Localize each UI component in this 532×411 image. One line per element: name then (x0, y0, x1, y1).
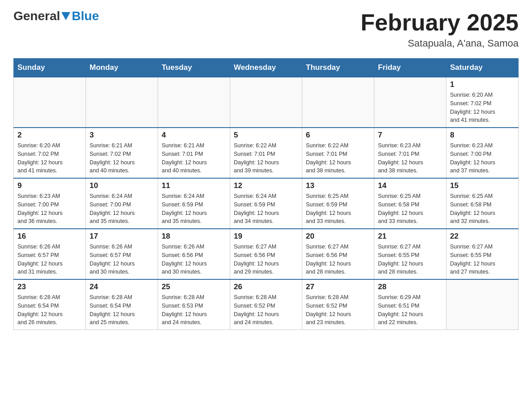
cell-sun-info: Sunrise: 6:27 AM Sunset: 6:56 PM Dayligh… (306, 243, 370, 276)
cell-day-number: 23 (17, 283, 82, 291)
cell-sun-info: Sunrise: 6:28 AM Sunset: 6:52 PM Dayligh… (234, 293, 298, 327)
calendar-cell: 13Sunrise: 6:25 AM Sunset: 6:59 PM Dayli… (302, 178, 374, 229)
cell-day-number: 17 (90, 232, 154, 241)
cell-day-number: 5 (234, 131, 298, 140)
calendar-cell: 11Sunrise: 6:24 AM Sunset: 6:59 PM Dayli… (158, 178, 230, 229)
cell-sun-info: Sunrise: 6:28 AM Sunset: 6:53 PM Dayligh… (162, 293, 226, 327)
cell-day-number: 8 (450, 131, 515, 140)
calendar-cell (14, 77, 86, 128)
cell-sun-info: Sunrise: 6:27 AM Sunset: 6:55 PM Dayligh… (450, 243, 515, 276)
cell-sun-info: Sunrise: 6:21 AM Sunset: 7:02 PM Dayligh… (90, 141, 154, 175)
calendar-cell (158, 77, 230, 128)
cell-day-number: 26 (234, 283, 298, 291)
calendar-week-row: 2Sunrise: 6:20 AM Sunset: 7:02 PM Daylig… (14, 128, 519, 178)
calendar-cell: 23Sunrise: 6:28 AM Sunset: 6:54 PM Dayli… (14, 279, 86, 330)
cell-day-number: 14 (378, 181, 442, 190)
calendar-cell (230, 77, 302, 128)
cell-day-number: 2 (17, 131, 82, 140)
cell-day-number: 15 (450, 181, 515, 190)
calendar-cell (302, 77, 374, 128)
calendar-cell: 12Sunrise: 6:24 AM Sunset: 6:59 PM Dayli… (230, 178, 302, 229)
location-title: Satapuala, A'ana, Samoa (360, 38, 519, 49)
calendar-cell: 5Sunrise: 6:22 AM Sunset: 7:01 PM Daylig… (230, 128, 302, 178)
logo-general-text: General (13, 9, 60, 23)
cell-sun-info: Sunrise: 6:24 AM Sunset: 6:59 PM Dayligh… (234, 192, 298, 226)
calendar-cell: 8Sunrise: 6:23 AM Sunset: 7:00 PM Daylig… (446, 128, 519, 178)
calendar-cell: 15Sunrise: 6:25 AM Sunset: 6:58 PM Dayli… (446, 178, 519, 229)
cell-day-number: 16 (17, 232, 82, 241)
cell-sun-info: Sunrise: 6:26 AM Sunset: 6:57 PM Dayligh… (17, 243, 82, 276)
cell-sun-info: Sunrise: 6:23 AM Sunset: 7:01 PM Dayligh… (378, 141, 442, 175)
cell-day-number: 20 (306, 232, 370, 241)
weekday-header-thursday: Thursday (302, 59, 374, 77)
weekday-header-friday: Friday (374, 59, 446, 77)
calendar-cell: 26Sunrise: 6:28 AM Sunset: 6:52 PM Dayli… (230, 279, 302, 330)
calendar-cell: 28Sunrise: 6:29 AM Sunset: 6:51 PM Dayli… (374, 279, 446, 330)
weekday-header-sunday: Sunday (14, 59, 86, 77)
calendar-week-row: 23Sunrise: 6:28 AM Sunset: 6:54 PM Dayli… (14, 279, 519, 330)
cell-day-number: 4 (162, 131, 226, 140)
weekday-header-saturday: Saturday (446, 59, 519, 77)
weekday-header-monday: Monday (86, 59, 158, 77)
cell-sun-info: Sunrise: 6:26 AM Sunset: 6:57 PM Dayligh… (90, 243, 154, 276)
calendar-cell: 22Sunrise: 6:27 AM Sunset: 6:55 PM Dayli… (446, 229, 519, 279)
cell-day-number: 18 (162, 232, 226, 241)
cell-day-number: 27 (306, 283, 370, 291)
month-title: February 2025 (360, 9, 519, 36)
cell-sun-info: Sunrise: 6:24 AM Sunset: 7:00 PM Dayligh… (90, 192, 154, 226)
page-header: General Blue February 2025 Satapuala, A'… (13, 9, 519, 49)
title-block: February 2025 Satapuala, A'ana, Samoa (360, 9, 519, 49)
calendar-week-row: 9Sunrise: 6:23 AM Sunset: 7:00 PM Daylig… (14, 178, 519, 229)
cell-sun-info: Sunrise: 6:20 AM Sunset: 7:02 PM Dayligh… (450, 91, 515, 124)
cell-sun-info: Sunrise: 6:27 AM Sunset: 6:56 PM Dayligh… (234, 243, 298, 276)
calendar-cell: 2Sunrise: 6:20 AM Sunset: 7:02 PM Daylig… (14, 128, 86, 178)
calendar-week-row: 1Sunrise: 6:20 AM Sunset: 7:02 PM Daylig… (14, 77, 519, 128)
weekday-header-wednesday: Wednesday (230, 59, 302, 77)
calendar-cell: 27Sunrise: 6:28 AM Sunset: 6:52 PM Dayli… (302, 279, 374, 330)
cell-day-number: 7 (378, 131, 442, 140)
calendar-cell: 3Sunrise: 6:21 AM Sunset: 7:02 PM Daylig… (86, 128, 158, 178)
cell-day-number: 21 (378, 232, 442, 241)
cell-day-number: 6 (306, 131, 370, 140)
calendar-table: SundayMondayTuesdayWednesdayThursdayFrid… (13, 58, 519, 330)
calendar-cell: 19Sunrise: 6:27 AM Sunset: 6:56 PM Dayli… (230, 229, 302, 279)
calendar-cell: 21Sunrise: 6:27 AM Sunset: 6:55 PM Dayli… (374, 229, 446, 279)
calendar-cell: 16Sunrise: 6:26 AM Sunset: 6:57 PM Dayli… (14, 229, 86, 279)
cell-day-number: 13 (306, 181, 370, 190)
cell-sun-info: Sunrise: 6:26 AM Sunset: 6:56 PM Dayligh… (162, 243, 226, 276)
logo-blue-text: Blue (72, 9, 99, 23)
cell-sun-info: Sunrise: 6:20 AM Sunset: 7:02 PM Dayligh… (17, 141, 82, 175)
cell-sun-info: Sunrise: 6:24 AM Sunset: 6:59 PM Dayligh… (162, 192, 226, 226)
cell-day-number: 28 (378, 283, 442, 291)
cell-sun-info: Sunrise: 6:23 AM Sunset: 7:00 PM Dayligh… (450, 141, 515, 175)
cell-day-number: 25 (162, 283, 226, 291)
cell-day-number: 3 (90, 131, 154, 140)
cell-sun-info: Sunrise: 6:22 AM Sunset: 7:01 PM Dayligh… (306, 141, 370, 175)
cell-sun-info: Sunrise: 6:29 AM Sunset: 6:51 PM Dayligh… (378, 293, 442, 327)
cell-day-number: 12 (234, 181, 298, 190)
cell-day-number: 1 (450, 80, 515, 89)
cell-sun-info: Sunrise: 6:27 AM Sunset: 6:55 PM Dayligh… (378, 243, 442, 276)
calendar-cell: 4Sunrise: 6:21 AM Sunset: 7:01 PM Daylig… (158, 128, 230, 178)
weekday-header-row: SundayMondayTuesdayWednesdayThursdayFrid… (14, 59, 519, 77)
calendar-cell: 25Sunrise: 6:28 AM Sunset: 6:53 PM Dayli… (158, 279, 230, 330)
calendar-cell: 7Sunrise: 6:23 AM Sunset: 7:01 PM Daylig… (374, 128, 446, 178)
calendar-week-row: 16Sunrise: 6:26 AM Sunset: 6:57 PM Dayli… (14, 229, 519, 279)
calendar-cell: 1Sunrise: 6:20 AM Sunset: 7:02 PM Daylig… (446, 77, 519, 128)
cell-sun-info: Sunrise: 6:23 AM Sunset: 7:00 PM Dayligh… (17, 192, 82, 226)
cell-sun-info: Sunrise: 6:25 AM Sunset: 6:58 PM Dayligh… (378, 192, 442, 226)
cell-day-number: 19 (234, 232, 298, 241)
calendar-cell: 24Sunrise: 6:28 AM Sunset: 6:54 PM Dayli… (86, 279, 158, 330)
calendar-cell: 10Sunrise: 6:24 AM Sunset: 7:00 PM Dayli… (86, 178, 158, 229)
calendar-cell: 18Sunrise: 6:26 AM Sunset: 6:56 PM Dayli… (158, 229, 230, 279)
calendar-cell (446, 279, 519, 330)
cell-sun-info: Sunrise: 6:25 AM Sunset: 6:59 PM Dayligh… (306, 192, 370, 226)
cell-day-number: 22 (450, 232, 515, 241)
cell-day-number: 24 (90, 283, 154, 291)
cell-day-number: 9 (17, 181, 82, 190)
calendar-cell: 9Sunrise: 6:23 AM Sunset: 7:00 PM Daylig… (14, 178, 86, 229)
calendar-cell (86, 77, 158, 128)
calendar-cell: 6Sunrise: 6:22 AM Sunset: 7:01 PM Daylig… (302, 128, 374, 178)
cell-sun-info: Sunrise: 6:21 AM Sunset: 7:01 PM Dayligh… (162, 141, 226, 175)
weekday-header-tuesday: Tuesday (158, 59, 230, 77)
